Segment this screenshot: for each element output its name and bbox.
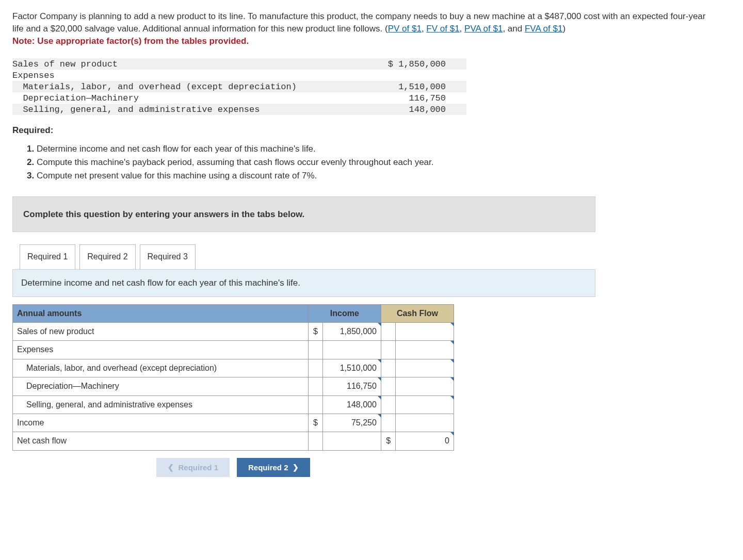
- required-item: 1. Determine income and net cash flow fo…: [27, 143, 731, 155]
- data-label: Selling, general, and administrative exp…: [12, 104, 332, 116]
- tab-required-3[interactable]: Required 3: [140, 244, 196, 269]
- row-label: Sales of new product: [13, 322, 309, 340]
- table-row: Selling, general, and administrative exp…: [13, 396, 454, 414]
- instruction-box: Complete this question by entering your …: [12, 196, 595, 233]
- cashflow-currency: [381, 396, 396, 414]
- cashflow-value-cell[interactable]: [396, 341, 454, 359]
- data-row: Materials, labor, and overhead (except d…: [12, 81, 466, 92]
- table-row: Net cash flow$0: [13, 432, 454, 450]
- prev-button[interactable]: ❮ Required 1: [156, 458, 230, 477]
- nav-row: ❮ Required 1 Required 2 ❯: [12, 458, 454, 477]
- cashflow-value-cell: [396, 414, 454, 432]
- answer-table: Annual amounts Income Cash Flow Sales of…: [12, 304, 454, 451]
- data-value: 148,000: [332, 104, 456, 116]
- link-pva[interactable]: PVA of $1: [464, 24, 503, 34]
- table-row: Materials, labor, and overhead (except d…: [13, 359, 454, 377]
- note-text: Note: Use appropriate factor(s) from the…: [12, 35, 709, 47]
- cashflow-value-cell[interactable]: 0: [396, 432, 454, 450]
- data-value: $ 1,850,000: [332, 58, 456, 71]
- data-value: 1,510,000: [332, 81, 456, 93]
- income-value-cell[interactable]: 1,510,000: [323, 359, 381, 377]
- row-label: Net cash flow: [13, 432, 309, 450]
- income-value-cell[interactable]: 148,000: [323, 396, 381, 414]
- data-label: Expenses: [12, 70, 332, 82]
- cashflow-value-cell[interactable]: [396, 377, 454, 396]
- income-currency: [308, 396, 323, 414]
- cashflow-currency: [381, 341, 396, 359]
- income-currency: [308, 432, 323, 450]
- data-row: Selling, general, and administrative exp…: [12, 104, 466, 115]
- data-row: Expenses: [12, 70, 466, 81]
- tab-required-2[interactable]: Required 2: [79, 244, 135, 269]
- cashflow-currency: [381, 377, 396, 396]
- cashflow-value-cell[interactable]: [396, 396, 454, 414]
- col-header-income: Income: [308, 304, 381, 322]
- required-item: 2. Compute this machine's payback period…: [27, 156, 731, 169]
- income-value-cell[interactable]: 116,750: [323, 377, 381, 396]
- table-row: Income$75,250: [13, 414, 454, 432]
- data-label: Materials, labor, and overhead (except d…: [12, 81, 332, 93]
- data-label: Depreciation—Machinery: [12, 92, 332, 105]
- row-label: Income: [13, 414, 309, 432]
- row-label: Materials, labor, and overhead (except d…: [13, 359, 309, 377]
- table-row: Expenses: [13, 341, 454, 359]
- next-button[interactable]: Required 2 ❯: [237, 458, 310, 477]
- income-currency: [308, 377, 323, 396]
- table-row: Depreciation—Machinery116,750: [13, 377, 454, 396]
- cashflow-value-cell[interactable]: [396, 322, 454, 340]
- problem-intro: Factor Company is planning to add a new …: [12, 10, 709, 47]
- income-value-cell[interactable]: 75,250: [323, 414, 381, 432]
- row-label: Selling, general, and administrative exp…: [13, 396, 309, 414]
- income-value-cell: [323, 341, 381, 359]
- data-row: Depreciation—Machinery116,750: [12, 92, 466, 104]
- income-value-cell: [323, 432, 381, 450]
- tab-required-1[interactable]: Required 1: [20, 244, 75, 269]
- link-fv[interactable]: FV of $1: [426, 24, 459, 34]
- link-pv[interactable]: PV of $1: [388, 24, 422, 34]
- row-label: Depreciation—Machinery: [13, 377, 309, 396]
- tabs-row: Required 1Required 2Required 3: [20, 244, 731, 269]
- chevron-right-icon: ❯: [293, 463, 299, 471]
- link-fva[interactable]: FVA of $1: [525, 24, 562, 34]
- col-header-annual: Annual amounts: [13, 304, 309, 322]
- row-label: Expenses: [13, 341, 309, 359]
- cashflow-value-cell[interactable]: [396, 359, 454, 377]
- next-label: Required 2: [248, 463, 288, 472]
- cashflow-currency: [381, 414, 396, 432]
- col-header-cashflow: Cash Flow: [381, 304, 454, 322]
- table-row: Sales of new product$1,850,000: [13, 322, 454, 340]
- cashflow-currency: $: [381, 432, 396, 450]
- data-label: Sales of new product: [12, 58, 332, 71]
- required-list: 1. Determine income and net cash flow fo…: [27, 143, 731, 182]
- data-value: 116,750: [332, 92, 456, 105]
- income-currency: $: [308, 322, 323, 340]
- tab-instruction: Determine income and net cash flow for e…: [12, 269, 595, 297]
- income-currency: [308, 341, 323, 359]
- data-row: Sales of new product$ 1,850,000: [12, 58, 466, 70]
- required-heading: Required:: [12, 124, 731, 137]
- cashflow-currency: [381, 322, 396, 340]
- income-currency: [308, 359, 323, 377]
- income-currency: $: [308, 414, 323, 432]
- cashflow-currency: [381, 359, 396, 377]
- prev-label: Required 1: [178, 463, 218, 472]
- financial-data-block: Sales of new product$ 1,850,000Expenses …: [12, 58, 466, 115]
- required-item: 3. Compute net present value for this ma…: [27, 170, 731, 182]
- income-value-cell[interactable]: 1,850,000: [323, 322, 381, 340]
- intro-text: Factor Company is planning to add a new …: [12, 11, 705, 34]
- chevron-left-icon: ❮: [168, 463, 174, 471]
